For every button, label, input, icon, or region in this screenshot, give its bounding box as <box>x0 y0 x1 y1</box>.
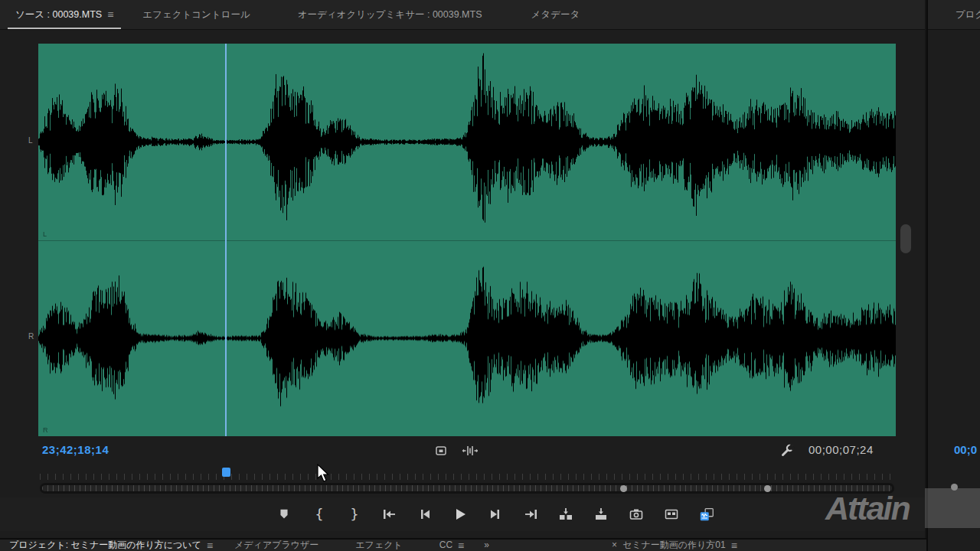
waveform-channel-right: R <box>38 240 896 437</box>
tab-cc-libraries[interactable]: CC ≡ <box>439 540 465 551</box>
tab-project-label: プロジェクト: セミナー動画の作り方について <box>9 540 201 551</box>
program-scroll-knob[interactable] <box>951 484 958 491</box>
panel-tabbar: ソース : 00039.MTS ≡ エフェクトコントロール オーディオクリップミ… <box>0 0 925 30</box>
insert-button[interactable] <box>557 506 574 523</box>
channel-left-label: L <box>28 136 33 145</box>
play-button[interactable] <box>452 506 469 523</box>
step-back-button[interactable] <box>416 506 433 523</box>
playhead[interactable] <box>225 44 227 436</box>
waveform-left-canvas <box>38 44 896 240</box>
position-timecode[interactable]: 23;42;18;14 <box>42 443 109 456</box>
tab-metadata[interactable]: メタデータ <box>524 0 588 29</box>
go-to-out-button[interactable] <box>522 506 539 523</box>
overwrite-button[interactable] <box>593 506 609 523</box>
channel-separator <box>38 240 896 241</box>
add-marker-button[interactable] <box>276 506 292 523</box>
button-editor-icon[interactable] <box>663 506 680 523</box>
tab-program-label: プログ <box>956 8 980 21</box>
watermark-logo: Attain <box>825 488 910 528</box>
waveform-display[interactable]: L R <box>38 44 896 436</box>
program-tabbar: プログ <box>928 0 980 30</box>
mini-timeline-ruler[interactable] <box>40 465 894 481</box>
tab-cc-libraries-label: CC <box>439 540 452 551</box>
source-monitor-panel: ソース : 00039.MTS ≡ エフェクトコントロール オーディオクリップミ… <box>0 0 925 551</box>
watermark-block <box>925 488 980 528</box>
vertical-scrollbar-thumb[interactable] <box>900 224 911 253</box>
tab-source[interactable]: ソース : 00039.MTS ≡ <box>8 0 121 29</box>
horizontal-scrollbar[interactable] <box>40 483 894 494</box>
export-frame-button[interactable] <box>628 506 645 523</box>
tab-effects[interactable]: エフェクト <box>355 540 402 551</box>
select-zoom-level-icon[interactable] <box>433 443 449 458</box>
audio-waveform-zoom-icon[interactable] <box>461 443 476 458</box>
tab-source-label: ソース : 00039.MTS <box>15 8 102 21</box>
project-panel-menu-icon[interactable]: ≡ <box>207 540 213 551</box>
go-to-in-button[interactable] <box>381 506 398 523</box>
mark-in-button[interactable]: { <box>311 506 328 523</box>
channel-right-label: R <box>28 332 34 341</box>
waveform-right-canvas <box>38 240 896 437</box>
libraries-panel-menu-icon[interactable]: ≡ <box>458 540 464 551</box>
mark-out-button[interactable]: } <box>346 506 363 523</box>
tab-program[interactable]: プログ <box>948 0 980 29</box>
settings-wrench-icon[interactable] <box>779 443 795 458</box>
tab-timeline[interactable]: × セミナー動画の作り方01 ≡ <box>612 540 737 551</box>
bottom-panel-tabbar: プロジェクト: セミナー動画の作り方について ≡ メディアブラウザー エフェクト… <box>0 538 934 551</box>
tab-audio-clip-mixer[interactable]: オーディオクリップミキサー : 00039.MTS <box>290 0 490 29</box>
overflow-tabs-chevron[interactable]: » <box>484 540 489 551</box>
transport-bar: { } <box>0 497 925 531</box>
tab-project[interactable]: プロジェクト: セミナー動画の作り方について ≡ <box>9 540 213 551</box>
panel-menu-icon[interactable]: ≡ <box>107 9 113 20</box>
program-monitor-panel: プログ 00;0 <box>926 0 980 551</box>
tab-effects-label: エフェクト <box>355 540 402 551</box>
tab-audio-clip-mixer-label: オーディオクリップミキサー : 00039.MTS <box>298 8 482 21</box>
close-icon[interactable]: × <box>612 540 617 551</box>
drag-video-audio-icon[interactable] <box>698 506 715 523</box>
program-timecode-partial[interactable]: 00;0 <box>954 443 980 456</box>
timecode-bar: 23;42;18;14 00;00;07;24 <box>0 436 925 464</box>
mini-playhead[interactable] <box>222 468 230 477</box>
duration-timecode: 00;00;07;24 <box>808 443 874 456</box>
tab-timeline-label: セミナー動画の作り方01 <box>622 540 726 551</box>
channel-left-inner-label: L <box>43 230 47 238</box>
scroll-knob-1[interactable] <box>620 485 627 492</box>
mouse-cursor <box>317 464 331 487</box>
tab-metadata-label: メタデータ <box>531 8 580 21</box>
channel-right-inner-label: R <box>43 426 48 434</box>
ruler-ticks <box>40 474 894 480</box>
transport-controls: { } <box>276 497 715 531</box>
tab-effect-controls[interactable]: エフェクトコントロール <box>135 0 257 29</box>
timeline-panel-menu-icon[interactable]: ≡ <box>731 540 737 551</box>
step-forward-button[interactable] <box>487 506 504 523</box>
waveform-channel-left: L <box>38 44 896 240</box>
tab-media-browser[interactable]: メディアブラウザー <box>234 540 318 551</box>
tab-effect-controls-label: エフェクトコントロール <box>142 8 250 21</box>
tab-media-browser-label: メディアブラウザー <box>234 540 318 551</box>
scroll-knob-2[interactable] <box>764 485 771 492</box>
